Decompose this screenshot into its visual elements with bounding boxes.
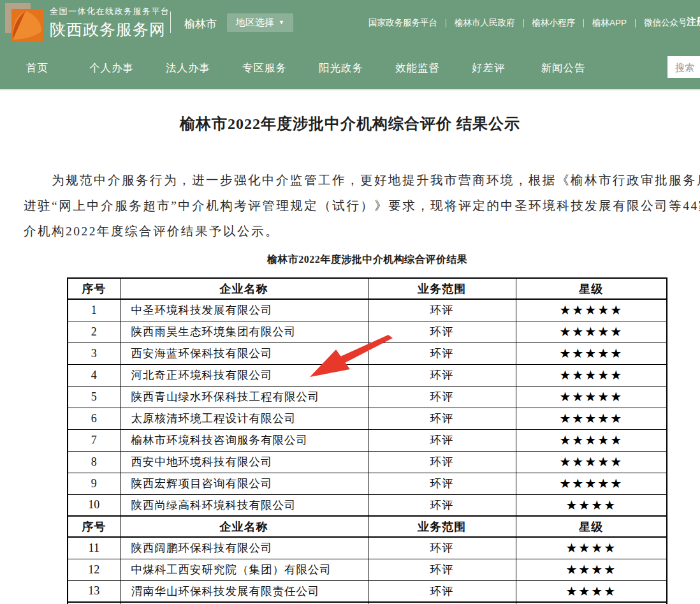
page-title: 榆林市2022年度涉批中介机构综合评价 结果公示	[0, 91, 700, 134]
nav-item[interactable]: 效能监督	[395, 61, 440, 75]
cell-star-rating: ★★★★	[516, 494, 667, 516]
cell-star-rating: ★★★★	[516, 537, 667, 559]
cell-star-rating: ★★★★★	[516, 408, 667, 429]
nav-item[interactable]: 好差评	[472, 61, 506, 75]
table-header-row: 序号企业名称业务范围星级	[68, 516, 667, 537]
current-city-label: 榆林市	[184, 17, 217, 31]
top-banner: 全国一体化在线政务服务平台 陕西政务服务网 榆林市 地区选择 ▼ 国家政务服务平…	[0, 0, 700, 45]
cell-no: 3	[68, 343, 120, 364]
site-name: 陕西政务服务网	[50, 19, 170, 40]
link-separator	[523, 19, 524, 27]
cell-scope: 环评	[368, 343, 516, 364]
cell-no: 13	[68, 580, 120, 602]
nav-item[interactable]: 新闻公告	[541, 61, 586, 75]
table-header-row: 序号企业名称业务范围星级	[68, 278, 667, 299]
cell-no: 5	[68, 386, 120, 408]
cell-star-rating: ★★★★★	[516, 321, 667, 343]
paragraph-line: 进驻“网上中介服务超市”中介机构考评管理规定（试行）》要求，现将评定的中圣环境科…	[0, 193, 700, 219]
cell-star-rating: ★★★★★	[516, 451, 667, 473]
table-row: 1中圣环境科技发展有限公司环评★★★★★	[68, 299, 667, 321]
table-row: 10陕西尚绿高科环境科技有限公司环评★★★★	[68, 494, 667, 516]
top-link[interactable]: 榆林APP	[592, 17, 627, 29]
chevron-down-icon: ▼	[279, 20, 284, 26]
table-row: 2陕西雨昊生态环境集团有限公司环评★★★★★	[68, 321, 667, 343]
column-header: 企业名称	[120, 278, 368, 299]
table-row: 3西安海蓝环保科技有限公司环评★★★★★	[68, 343, 667, 364]
cell-no: 6	[68, 408, 120, 429]
cell-star-rating: ★★★★★	[516, 386, 667, 408]
cell-star-rating: ★★★★★	[516, 429, 667, 451]
cell-no: 1	[68, 299, 120, 321]
table-row: 9陕西宏辉项目咨询有限公司环评★★★★★	[68, 473, 667, 494]
cell-star-rating: ★★★★	[516, 580, 667, 602]
table-row: 7榆林市环境科技咨询服务有限公司环评★★★★★	[68, 429, 667, 451]
top-link[interactable]: 榆林小程序	[532, 17, 576, 29]
cell-company-name: 陕西尚绿高科环境科技有限公司	[120, 494, 368, 516]
platform-label: 全国一体化在线政务服务平台	[50, 6, 170, 17]
cell-no: 8	[68, 451, 120, 473]
nav-item[interactable]: 阳光政务	[319, 61, 363, 75]
article-content: 榆林市2022年度涉批中介机构综合评价 结果公示 为规范中介服务行为，进一步强化…	[0, 89, 700, 604]
cell-scope: 环评	[368, 429, 516, 451]
table-row: 12中煤科工西安研究院（集团）有限公司环评★★★★	[68, 559, 667, 580]
region-select-button[interactable]: 地区选择 ▼	[227, 13, 293, 32]
table-caption: 榆林市2022年度涉批中介机构综合评价结果	[67, 253, 667, 267]
cell-company-name: 陕西雨昊生态环境集团有限公司	[120, 321, 368, 343]
nav-item[interactable]: 法人办事	[166, 61, 210, 75]
cell-company-name: 榆林市环境科技咨询服务有限公司	[120, 429, 368, 451]
cell-scope: 环评	[368, 451, 516, 473]
column-header: 星级	[516, 516, 667, 537]
column-header: 序号	[68, 516, 120, 537]
evaluation-table-body: 序号企业名称业务范围星级1中圣环境科技发展有限公司环评★★★★★2陕西雨昊生态环…	[68, 278, 667, 604]
nav-items: 首页个人办事法人办事专区服务阳光政务效能监督好差评新闻公告	[0, 45, 700, 75]
cell-no: 4	[68, 364, 120, 386]
search-input[interactable]	[667, 56, 700, 78]
table-row: 11陕西阔鹏环保科技有限公司环评★★★★	[68, 537, 667, 559]
cell-scope: 环评	[368, 386, 516, 408]
table-row: 8西安中地环境科技有限公司环评★★★★★	[68, 451, 667, 473]
cell-scope: 环评	[368, 408, 516, 429]
region-select-label: 地区选择	[236, 17, 274, 29]
cell-no: 11	[68, 537, 120, 559]
column-header: 业务范围	[368, 516, 516, 537]
cell-company-name: 陕西青山绿水环保科技工程有限公司	[120, 386, 368, 408]
cell-star-rating: ★★★★★	[516, 473, 667, 494]
link-separator	[583, 19, 584, 27]
cell-company-name: 陕西宏辉项目咨询有限公司	[120, 473, 368, 494]
announcement-paragraph: 为规范中介服务行为，进一步强化中介监管工作，更好地提升我市营商环境，根据《榆林市…	[0, 168, 700, 244]
cell-company-name: 河北奇正环境科技有限公司	[120, 364, 368, 386]
cell-company-name: 中圣环境科技发展有限公司	[120, 299, 368, 321]
top-link[interactable]: 微信公众号	[644, 17, 687, 29]
top-link[interactable]: 国家政务服务平台	[368, 17, 437, 29]
column-header: 星级	[516, 278, 667, 299]
nav-item[interactable]: 个人办事	[89, 61, 134, 75]
top-link[interactable]: 榆林市人民政府	[455, 17, 515, 29]
cell-company-name: 陕西阔鹏环保科技有限公司	[120, 537, 368, 559]
cell-star-rating: ★★★★	[516, 559, 667, 580]
table-row: 13渭南华山环保科技发展有限责任公司环评★★★★	[68, 580, 667, 602]
link-separator	[635, 19, 636, 27]
cell-no: 9	[68, 473, 120, 494]
cell-star-rating: ★★★★★	[516, 364, 667, 386]
cell-scope: 环评	[368, 473, 516, 494]
table-row: 5陕西青山绿水环保科技工程有限公司环评★★★★★	[68, 386, 667, 408]
brand-block: 全国一体化在线政务服务平台 陕西政务服务网	[50, 6, 170, 40]
cell-scope: 环评	[368, 494, 516, 516]
cell-company-name: 西安中地环境科技有限公司	[120, 451, 368, 473]
cell-no: 10	[68, 494, 120, 516]
register-link[interactable]: 注册	[687, 16, 700, 28]
cell-company-name: 中煤科工西安研究院（集团）有限公司	[120, 559, 368, 580]
nav-item[interactable]: 首页	[26, 61, 48, 75]
search-box	[667, 56, 700, 78]
cell-no: 7	[68, 429, 120, 451]
table-wrapper: 榆林市2022年度涉批中介机构综合评价结果 序号企业名称业务范围星级1中圣环境科…	[67, 253, 667, 604]
link-separator	[446, 19, 446, 27]
table-row: 6太原核清环境工程设计有限公司环评★★★★★	[68, 408, 667, 429]
paragraph-line: 介机构2022年度综合评价结果予以公示。	[0, 219, 700, 244]
cell-star-rating: ★★★★★	[516, 299, 667, 321]
brand-divider	[170, 11, 171, 33]
top-links: 国家政务服务平台榆林市人民政府榆林小程序榆林APP微信公众号	[368, 17, 687, 29]
column-header: 序号	[68, 278, 120, 299]
site-logo-icon[interactable]	[5, 3, 45, 41]
nav-item[interactable]: 专区服务	[242, 61, 287, 75]
